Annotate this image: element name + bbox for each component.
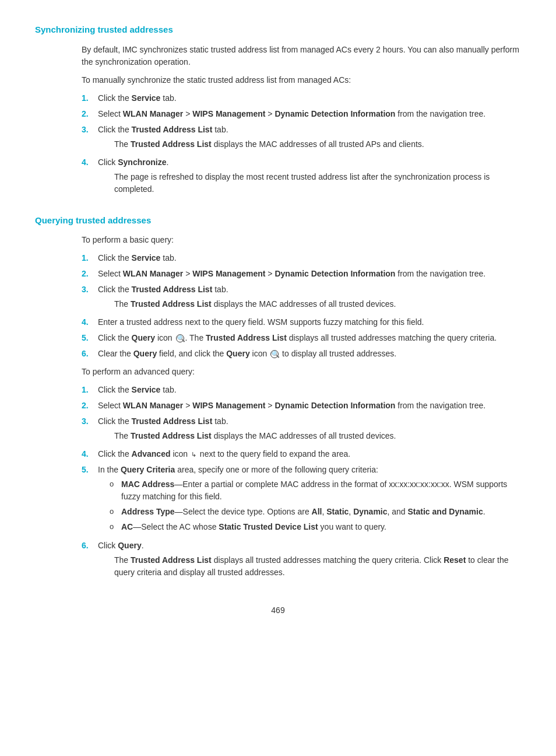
- adv-step-6-content: Click Query. The Trusted Address List di…: [98, 540, 521, 581]
- adv-step-5-content: In the Query Criteria area, specify one …: [98, 464, 521, 536]
- page-number: 469: [35, 604, 521, 617]
- query-criteria-list: o MAC Address—Enter a partial or complet…: [110, 478, 521, 533]
- adv-step-4: 4. Click the Advanced icon ↳ next to the…: [82, 448, 521, 460]
- basic-step-2-content: Select WLAN Manager > WIPS Management > …: [98, 268, 521, 280]
- basic-step-4-num: 4.: [82, 316, 98, 328]
- adv-step-4-num: 4.: [82, 448, 98, 460]
- sync-step-1: 1. Click the Service tab.: [82, 92, 521, 104]
- adv-step-6: 6. Click Query. The Trusted Address List…: [82, 540, 521, 581]
- bullet-address-type: o: [110, 506, 121, 518]
- adv-step-1-content: Click the Service tab.: [98, 384, 521, 396]
- sync-intro-1: By default, IMC synchronizes static trus…: [82, 44, 521, 68]
- sync-step-1-content: Click the Service tab.: [98, 92, 521, 104]
- basic-step-2-num: 2.: [82, 268, 98, 280]
- advanced-icon: ↳: [191, 450, 196, 460]
- basic-step-6: 6. Clear the Query field, and click the …: [82, 348, 521, 360]
- adv-step-1: 1. Click the Service tab.: [82, 384, 521, 396]
- bullet-ac: o: [110, 521, 121, 533]
- adv-step-3-num: 3.: [82, 415, 98, 444]
- basic-step-5-num: 5.: [82, 332, 98, 344]
- basic-step-1: 1. Click the Service tab.: [82, 252, 521, 264]
- advanced-query-steps: 1. Click the Service tab. 2. Select WLAN…: [82, 384, 521, 581]
- query-section: Querying trusted addresses To perform a …: [35, 214, 521, 582]
- basic-step-5-content: Click the Query icon 🔍. The Trusted Addr…: [98, 332, 521, 344]
- basic-step-1-num: 1.: [82, 252, 98, 264]
- criteria-address-type-content: Address Type—Select the device type. Opt…: [121, 506, 521, 518]
- sync-step-3-num: 3.: [82, 124, 98, 153]
- basic-step-4: 4. Enter a trusted address next to the q…: [82, 316, 521, 328]
- sync-step-4: 4. Click Synchronize. The page is refres…: [82, 156, 521, 198]
- criteria-ac: o AC—Select the AC whose Static Trusted …: [110, 521, 521, 533]
- basic-step-3-content: Click the Trusted Address List tab. The …: [98, 284, 521, 313]
- sync-step-2: 2. Select WLAN Manager > WIPS Management…: [82, 108, 521, 120]
- basic-step-2: 2. Select WLAN Manager > WIPS Management…: [82, 268, 521, 280]
- clear-search-icon: 🔍: [270, 350, 279, 358]
- basic-step-3-note: The Trusted Address List displays the MA…: [114, 298, 521, 310]
- adv-step-2-content: Select WLAN Manager > WIPS Management > …: [98, 400, 521, 412]
- sync-step-4-note: The page is refreshed to display the mos…: [114, 171, 521, 195]
- sync-step-4-content: Click Synchronize. The page is refreshed…: [98, 156, 521, 198]
- basic-query-intro: To perform a basic query:: [82, 234, 521, 246]
- basic-step-3: 3. Click the Trusted Address List tab. T…: [82, 284, 521, 313]
- adv-step-2: 2. Select WLAN Manager > WIPS Management…: [82, 400, 521, 412]
- adv-step-2-num: 2.: [82, 400, 98, 412]
- query-title: Querying trusted addresses: [35, 214, 521, 228]
- basic-step-3-num: 3.: [82, 284, 98, 313]
- basic-step-6-content: Clear the Query field, and click the Que…: [98, 348, 521, 360]
- adv-step-4-content: Click the Advanced icon ↳ next to the qu…: [98, 448, 521, 460]
- sync-intro-2: To manually synchronize the static trust…: [82, 74, 521, 86]
- basic-step-1-content: Click the Service tab.: [98, 252, 521, 264]
- criteria-mac: o MAC Address—Enter a partial or complet…: [110, 478, 521, 503]
- advanced-query-intro: To perform an advanced query:: [82, 366, 521, 378]
- adv-step-3-content: Click the Trusted Address List tab. The …: [98, 415, 521, 444]
- bullet-mac: o: [110, 478, 121, 503]
- sync-step-3-note: The Trusted Address List displays the MA…: [114, 138, 521, 150]
- adv-step-5: 5. In the Query Criteria area, specify o…: [82, 464, 521, 536]
- adv-step-3-note: The Trusted Address List displays the MA…: [114, 430, 521, 442]
- sync-title: Synchronizing trusted addresses: [35, 23, 521, 37]
- adv-step-6-note: The Trusted Address List displays all tr…: [114, 554, 521, 579]
- sync-step-3-content: Click the Trusted Address List tab. The …: [98, 124, 521, 153]
- adv-step-5-num: 5.: [82, 464, 98, 536]
- basic-query-steps: 1. Click the Service tab. 2. Select WLAN…: [82, 252, 521, 360]
- query-search-icon: 🔍: [176, 334, 184, 342]
- sync-step-2-num: 2.: [82, 108, 98, 120]
- adv-step-3: 3. Click the Trusted Address List tab. T…: [82, 415, 521, 444]
- sync-section: Synchronizing trusted addresses By defau…: [35, 23, 521, 198]
- adv-step-6-num: 6.: [82, 540, 98, 581]
- criteria-mac-content: MAC Address—Enter a partial or complete …: [121, 478, 521, 503]
- sync-steps: 1. Click the Service tab. 2. Select WLAN…: [82, 92, 521, 198]
- sync-step-4-num: 4.: [82, 156, 98, 198]
- sync-step-3: 3. Click the Trusted Address List tab. T…: [82, 124, 521, 153]
- criteria-ac-content: AC—Select the AC whose Static Trusted De…: [121, 521, 521, 533]
- basic-step-4-content: Enter a trusted address next to the quer…: [98, 316, 521, 328]
- sync-step-1-num: 1.: [82, 92, 98, 104]
- adv-step-1-num: 1.: [82, 384, 98, 396]
- basic-step-6-num: 6.: [82, 348, 98, 360]
- sync-step-2-content: Select WLAN Manager > WIPS Management > …: [98, 108, 521, 120]
- criteria-address-type: o Address Type—Select the device type. O…: [110, 506, 521, 518]
- basic-step-5: 5. Click the Query icon 🔍. The Trusted A…: [82, 332, 521, 344]
